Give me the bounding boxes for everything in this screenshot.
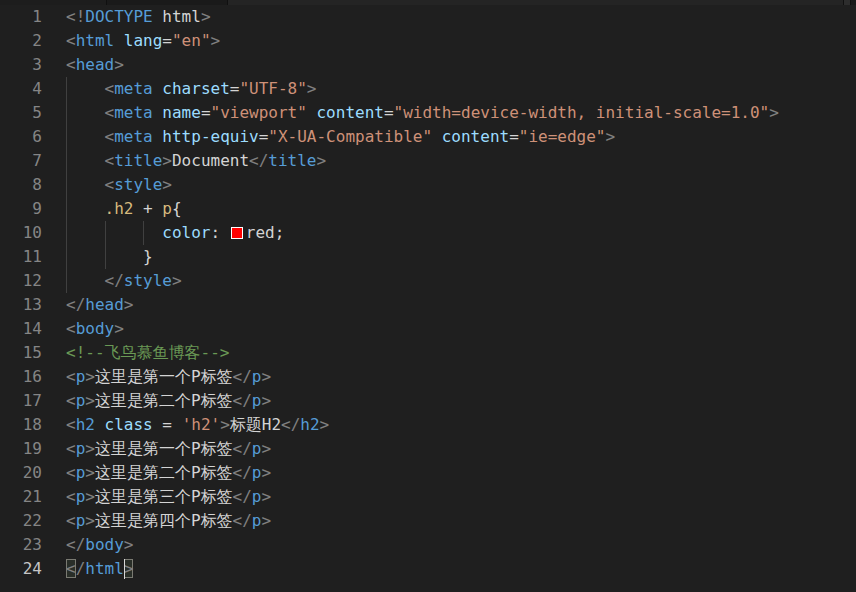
token-plain: 这里是第二个P标签: [95, 391, 233, 410]
token-plain: 标题H2: [230, 415, 281, 434]
token-plain: red;: [246, 223, 285, 242]
token-str: "UTF-8": [239, 79, 306, 98]
token-pun: </: [233, 367, 252, 386]
token-tag: meta: [114, 103, 153, 122]
code-line[interactable]: 11 }: [0, 245, 856, 269]
line-number[interactable]: 11: [0, 245, 42, 269]
token-tag: body: [85, 535, 124, 554]
line-number[interactable]: 22: [0, 509, 42, 533]
token-tag: p: [76, 391, 86, 410]
token-pun: <: [66, 463, 76, 482]
code-line[interactable]: 14<body>: [0, 317, 856, 341]
code-line[interactable]: 8 <style>: [0, 173, 856, 197]
token-tag: h2: [76, 415, 95, 434]
token-op: =: [259, 127, 269, 146]
line-number[interactable]: 12: [0, 269, 42, 293]
line-number[interactable]: 16: [0, 365, 42, 389]
code-text: <h2 class = 'h2'>标题H2</h2>: [66, 413, 329, 437]
token-tag: DOCTYPE: [85, 7, 152, 26]
token-tag: title: [114, 151, 162, 170]
line-number[interactable]: 5: [0, 101, 42, 125]
line-number[interactable]: 14: [0, 317, 42, 341]
line-number[interactable]: 13: [0, 293, 42, 317]
code-line[interactable]: 15<!--飞鸟慕鱼博客-->: [0, 341, 856, 365]
code-line[interactable]: 5 <meta name="viewport" content="width=d…: [0, 101, 856, 125]
line-number[interactable]: 19: [0, 437, 42, 461]
line-number[interactable]: 23: [0, 533, 42, 557]
code-line[interactable]: 19<p>这里是第一个P标签</p>: [0, 437, 856, 461]
line-number[interactable]: 10: [0, 221, 42, 245]
code-line[interactable]: 12 </style>: [0, 269, 856, 293]
code-text: <!DOCTYPE html>: [66, 5, 211, 29]
line-number[interactable]: 18: [0, 413, 42, 437]
token-pun: >: [261, 463, 271, 482]
token-tag: p: [76, 463, 86, 482]
line-number[interactable]: 4: [0, 77, 42, 101]
code-line[interactable]: 24</html>: [0, 557, 856, 581]
code-line[interactable]: 3<head>: [0, 53, 856, 77]
token-plain: [153, 127, 163, 146]
token-pun: >: [316, 151, 326, 170]
token-plain: [220, 223, 230, 242]
token-pun: <: [66, 511, 76, 530]
token-plain: 这里是第二个P标签: [95, 463, 233, 482]
token-pun: <!: [66, 7, 85, 26]
code-line[interactable]: 9 .h2 + p{: [0, 197, 856, 221]
code-line[interactable]: 17<p>这里是第二个P标签</p>: [0, 389, 856, 413]
token-pun: >: [320, 415, 330, 434]
token-pun: >: [261, 439, 271, 458]
token-tag: p: [76, 367, 86, 386]
token-pun: </: [233, 463, 252, 482]
token-pun: <: [105, 103, 115, 122]
code-editor-window: 1<!DOCTYPE html>2<html lang="en">3<head>…: [0, 0, 856, 592]
code-line[interactable]: 22<p>这里是第四个P标签</p>: [0, 509, 856, 533]
line-number[interactable]: 7: [0, 149, 42, 173]
token-plain: 这里是第三个P标签: [95, 487, 233, 506]
line-number[interactable]: 24: [0, 557, 42, 581]
color-swatch-red[interactable]: [231, 227, 243, 239]
token-pun: >: [85, 439, 95, 458]
code-text: <head>: [66, 53, 124, 77]
token-pun: >: [769, 103, 779, 122]
token-plain: [66, 247, 143, 266]
code-area[interactable]: 1<!DOCTYPE html>2<html lang="en">3<head>…: [0, 5, 856, 581]
code-line[interactable]: 7 <title>Document</title>: [0, 149, 856, 173]
line-number[interactable]: 8: [0, 173, 42, 197]
token-plain: [66, 223, 162, 242]
token-sel: .h2: [105, 199, 134, 218]
code-line[interactable]: 21<p>这里是第三个P标签</p>: [0, 485, 856, 509]
line-number[interactable]: 15: [0, 341, 42, 365]
line-number[interactable]: 9: [0, 197, 42, 221]
token-plain: Document: [172, 151, 249, 170]
code-line[interactable]: 16<p>这里是第一个P标签</p>: [0, 365, 856, 389]
line-number[interactable]: 1: [0, 5, 42, 29]
line-number[interactable]: 2: [0, 29, 42, 53]
code-line[interactable]: 20<p>这里是第二个P标签</p>: [0, 461, 856, 485]
code-line[interactable]: 2<html lang="en">: [0, 29, 856, 53]
code-line[interactable]: 4 <meta charset="UTF-8">: [0, 77, 856, 101]
code-line[interactable]: 1<!DOCTYPE html>: [0, 5, 856, 29]
token-pun: >: [85, 463, 95, 482]
token-pun: </: [233, 511, 252, 530]
token-pun: >: [124, 295, 134, 314]
token-op: +: [133, 199, 162, 218]
code-line[interactable]: 10 color: red;: [0, 221, 856, 245]
token-pun: <: [66, 319, 76, 338]
line-number[interactable]: 3: [0, 53, 42, 77]
code-line[interactable]: 6 <meta http-equiv="X-UA-Compatible" con…: [0, 125, 856, 149]
code-line[interactable]: 23</body>: [0, 533, 856, 557]
code-text: </style>: [66, 269, 182, 293]
line-number[interactable]: 20: [0, 461, 42, 485]
code-text: <html lang="en">: [66, 29, 220, 53]
token-tag: html: [85, 559, 124, 578]
token-str: "ie=edge": [519, 127, 606, 146]
code-line[interactable]: 13</head>: [0, 293, 856, 317]
line-number[interactable]: 6: [0, 125, 42, 149]
line-number[interactable]: 21: [0, 485, 42, 509]
token-plain: [66, 175, 105, 194]
code-line[interactable]: 18<h2 class = 'h2'>标题H2</h2>: [0, 413, 856, 437]
token-pun: </: [249, 151, 268, 170]
code-text: </body>: [66, 533, 133, 557]
line-number[interactable]: 17: [0, 389, 42, 413]
code-text: <p>这里是第一个P标签</p>: [66, 365, 271, 389]
